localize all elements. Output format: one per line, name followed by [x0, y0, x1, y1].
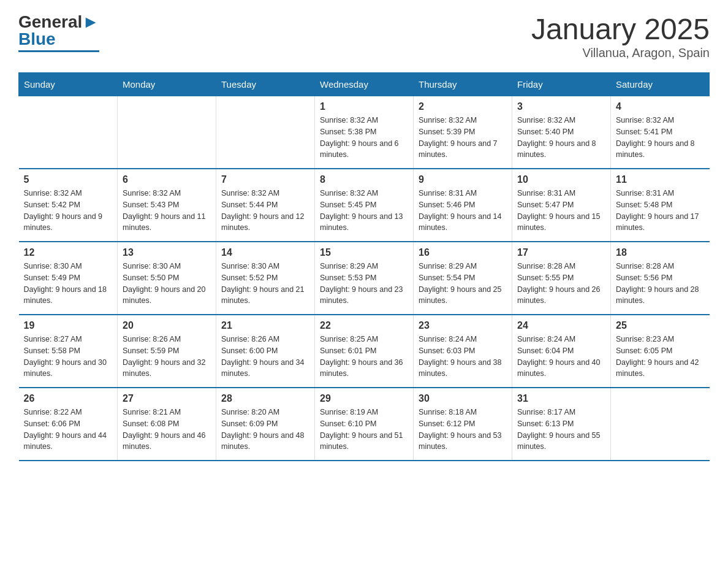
- calendar-cell: 31Sunrise: 8:17 AMSunset: 6:13 PMDayligh…: [512, 388, 611, 461]
- day-info: Sunrise: 8:28 AMSunset: 5:55 PMDaylight:…: [517, 261, 605, 307]
- calendar-cell: 22Sunrise: 8:25 AMSunset: 6:01 PMDayligh…: [315, 315, 414, 388]
- calendar-cell: 12Sunrise: 8:30 AMSunset: 5:49 PMDayligh…: [19, 242, 118, 315]
- day-number: 21: [221, 320, 309, 331]
- day-number: 25: [616, 320, 705, 331]
- calendar-cell: 13Sunrise: 8:30 AMSunset: 5:50 PMDayligh…: [118, 242, 216, 315]
- day-info: Sunrise: 8:31 AMSunset: 5:47 PMDaylight:…: [517, 188, 605, 234]
- day-number: 13: [123, 247, 211, 258]
- day-number: 6: [123, 174, 211, 185]
- calendar-cell: 9Sunrise: 8:31 AMSunset: 5:46 PMDaylight…: [414, 169, 512, 242]
- day-info: Sunrise: 8:31 AMSunset: 5:46 PMDaylight:…: [419, 188, 507, 234]
- day-info: Sunrise: 8:29 AMSunset: 5:53 PMDaylight:…: [320, 261, 408, 307]
- day-info: Sunrise: 8:18 AMSunset: 6:12 PMDaylight:…: [419, 407, 507, 453]
- calendar-cell: 18Sunrise: 8:28 AMSunset: 5:56 PMDayligh…: [611, 242, 710, 315]
- calendar-cell: 4Sunrise: 8:32 AMSunset: 5:41 PMDaylight…: [611, 96, 710, 169]
- calendar-cell: 17Sunrise: 8:28 AMSunset: 5:55 PMDayligh…: [512, 242, 611, 315]
- location-text: Villanua, Aragon, Spain: [531, 46, 710, 60]
- day-number: 3: [517, 101, 605, 112]
- day-of-week-header: Wednesday: [315, 73, 414, 96]
- calendar-week-row: 26Sunrise: 8:22 AMSunset: 6:06 PMDayligh…: [19, 388, 710, 461]
- day-number: 10: [517, 174, 605, 185]
- day-number: 4: [616, 101, 705, 112]
- calendar-cell: 8Sunrise: 8:32 AMSunset: 5:45 PMDaylight…: [315, 169, 414, 242]
- day-number: 28: [221, 393, 309, 404]
- day-info: Sunrise: 8:29 AMSunset: 5:54 PMDaylight:…: [419, 261, 507, 307]
- day-info: Sunrise: 8:28 AMSunset: 5:56 PMDaylight:…: [616, 261, 705, 307]
- day-of-week-header: Sunday: [19, 73, 118, 96]
- day-number: 9: [419, 174, 507, 185]
- calendar-cell: 3Sunrise: 8:32 AMSunset: 5:40 PMDaylight…: [512, 96, 611, 169]
- day-number: 30: [419, 393, 507, 404]
- calendar-cell: [19, 96, 118, 169]
- day-number: 16: [419, 247, 507, 258]
- calendar-cell: 30Sunrise: 8:18 AMSunset: 6:12 PMDayligh…: [414, 388, 512, 461]
- calendar-cell: 21Sunrise: 8:26 AMSunset: 6:00 PMDayligh…: [216, 315, 315, 388]
- calendar-cell: 27Sunrise: 8:21 AMSunset: 6:08 PMDayligh…: [118, 388, 216, 461]
- day-info: Sunrise: 8:26 AMSunset: 6:00 PMDaylight:…: [221, 334, 309, 380]
- day-number: 18: [616, 247, 705, 258]
- day-info: Sunrise: 8:32 AMSunset: 5:45 PMDaylight:…: [320, 188, 408, 234]
- calendar-cell: 2Sunrise: 8:32 AMSunset: 5:39 PMDaylight…: [414, 96, 512, 169]
- calendar-week-row: 1Sunrise: 8:32 AMSunset: 5:38 PMDaylight…: [19, 96, 710, 169]
- calendar-cell: 6Sunrise: 8:32 AMSunset: 5:43 PMDaylight…: [118, 169, 216, 242]
- day-info: Sunrise: 8:32 AMSunset: 5:42 PMDaylight:…: [24, 188, 113, 234]
- calendar-cell: 5Sunrise: 8:32 AMSunset: 5:42 PMDaylight…: [19, 169, 118, 242]
- day-of-week-header: Friday: [512, 73, 611, 96]
- calendar-cell: [611, 388, 710, 461]
- day-of-week-header: Thursday: [414, 73, 512, 96]
- day-of-week-header: Tuesday: [216, 73, 315, 96]
- day-number: 11: [616, 174, 705, 185]
- calendar-week-row: 19Sunrise: 8:27 AMSunset: 5:58 PMDayligh…: [19, 315, 710, 388]
- day-info: Sunrise: 8:32 AMSunset: 5:43 PMDaylight:…: [123, 188, 211, 234]
- day-number: 14: [221, 247, 309, 258]
- day-number: 26: [24, 393, 113, 404]
- calendar-cell: 23Sunrise: 8:24 AMSunset: 6:03 PMDayligh…: [414, 315, 512, 388]
- day-info: Sunrise: 8:26 AMSunset: 5:59 PMDaylight:…: [123, 334, 211, 380]
- day-info: Sunrise: 8:22 AMSunset: 6:06 PMDaylight:…: [24, 407, 113, 453]
- day-info: Sunrise: 8:32 AMSunset: 5:39 PMDaylight:…: [419, 115, 507, 161]
- days-of-week-row: SundayMondayTuesdayWednesdayThursdayFrid…: [19, 73, 710, 96]
- day-number: 20: [123, 320, 211, 331]
- calendar-cell: 11Sunrise: 8:31 AMSunset: 5:48 PMDayligh…: [611, 169, 710, 242]
- calendar-cell: 26Sunrise: 8:22 AMSunset: 6:06 PMDayligh…: [19, 388, 118, 461]
- day-info: Sunrise: 8:24 AMSunset: 6:04 PMDaylight:…: [517, 334, 605, 380]
- logo: General► Blue: [18, 12, 99, 52]
- day-number: 31: [517, 393, 605, 404]
- calendar-body: 1Sunrise: 8:32 AMSunset: 5:38 PMDaylight…: [19, 96, 710, 461]
- day-info: Sunrise: 8:30 AMSunset: 5:50 PMDaylight:…: [123, 261, 211, 307]
- calendar-cell: 10Sunrise: 8:31 AMSunset: 5:47 PMDayligh…: [512, 169, 611, 242]
- month-title: January 2025: [531, 12, 710, 46]
- day-info: Sunrise: 8:32 AMSunset: 5:44 PMDaylight:…: [221, 188, 309, 234]
- day-of-week-header: Monday: [118, 73, 216, 96]
- day-info: Sunrise: 8:17 AMSunset: 6:13 PMDaylight:…: [517, 407, 605, 453]
- page-header: General► Blue January 2025 Villanua, Ara…: [18, 12, 710, 60]
- day-info: Sunrise: 8:31 AMSunset: 5:48 PMDaylight:…: [616, 188, 705, 234]
- calendar-cell: 24Sunrise: 8:24 AMSunset: 6:04 PMDayligh…: [512, 315, 611, 388]
- title-block: January 2025 Villanua, Aragon, Spain: [531, 12, 710, 60]
- calendar-cell: 29Sunrise: 8:19 AMSunset: 6:10 PMDayligh…: [315, 388, 414, 461]
- day-info: Sunrise: 8:20 AMSunset: 6:09 PMDaylight:…: [221, 407, 309, 453]
- day-number: 23: [419, 320, 507, 331]
- day-info: Sunrise: 8:23 AMSunset: 6:05 PMDaylight:…: [616, 334, 705, 380]
- day-info: Sunrise: 8:32 AMSunset: 5:40 PMDaylight:…: [517, 115, 605, 161]
- day-number: 7: [221, 174, 309, 185]
- logo-blue-text: Blue: [18, 29, 56, 49]
- day-number: 24: [517, 320, 605, 331]
- day-info: Sunrise: 8:32 AMSunset: 5:38 PMDaylight:…: [320, 115, 408, 161]
- calendar-week-row: 5Sunrise: 8:32 AMSunset: 5:42 PMDaylight…: [19, 169, 710, 242]
- logo-underline: [18, 50, 99, 52]
- calendar-cell: 7Sunrise: 8:32 AMSunset: 5:44 PMDaylight…: [216, 169, 315, 242]
- day-number: 19: [24, 320, 113, 331]
- day-of-week-header: Saturday: [611, 73, 710, 96]
- calendar-cell: [118, 96, 216, 169]
- day-number: 29: [320, 393, 408, 404]
- calendar-header: SundayMondayTuesdayWednesdayThursdayFrid…: [19, 73, 710, 96]
- day-info: Sunrise: 8:19 AMSunset: 6:10 PMDaylight:…: [320, 407, 408, 453]
- day-info: Sunrise: 8:21 AMSunset: 6:08 PMDaylight:…: [123, 407, 211, 453]
- calendar-table: SundayMondayTuesdayWednesdayThursdayFrid…: [18, 72, 710, 461]
- calendar-cell: 1Sunrise: 8:32 AMSunset: 5:38 PMDaylight…: [315, 96, 414, 169]
- day-number: 8: [320, 174, 408, 185]
- day-number: 5: [24, 174, 113, 185]
- day-info: Sunrise: 8:32 AMSunset: 5:41 PMDaylight:…: [616, 115, 705, 161]
- day-number: 12: [24, 247, 113, 258]
